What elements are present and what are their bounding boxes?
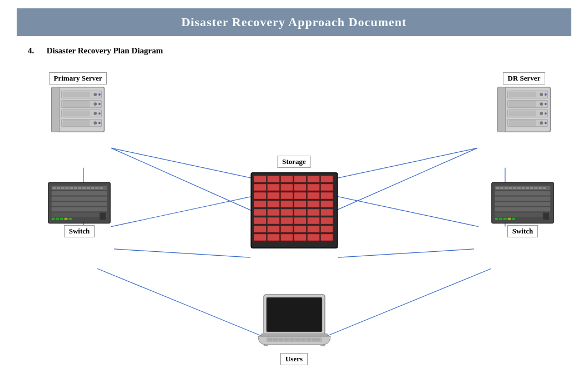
svg-rect-101 [307,176,319,182]
svg-rect-17 [63,101,89,106]
svg-rect-81 [509,187,512,189]
svg-rect-54 [57,187,60,189]
svg-rect-83 [517,187,521,189]
svg-point-44 [540,121,543,125]
section-title: 4. Disaster Recovery Plan Diagram [28,46,588,56]
svg-rect-65 [52,218,55,220]
svg-rect-21 [63,111,89,116]
svg-rect-113 [307,192,319,199]
svg-rect-144 [320,234,333,241]
svg-rect-53 [53,187,56,189]
users-node: Users [255,292,333,365]
svg-rect-78 [496,187,500,189]
svg-rect-25 [63,120,89,125]
svg-point-14 [93,93,97,96]
svg-rect-121 [254,209,266,216]
svg-rect-107 [307,184,319,191]
svg-rect-29 [498,87,506,132]
svg-rect-116 [267,201,279,207]
svg-line-6 [114,249,250,257]
svg-rect-120 [320,201,333,207]
svg-rect-115 [254,201,266,207]
svg-rect-55 [61,187,65,189]
dr-server-icon [493,84,555,135]
svg-rect-98 [267,176,279,182]
svg-rect-85 [526,187,529,189]
svg-line-9 [327,268,491,336]
svg-rect-91 [499,218,502,220]
svg-rect-132 [320,217,333,224]
svg-point-26 [93,121,97,125]
svg-rect-50 [52,202,107,206]
svg-rect-73 [495,191,551,196]
page-title: Disaster Recovery Approach Document [28,15,560,29]
svg-rect-135 [280,226,293,232]
svg-rect-93 [508,218,511,220]
svg-rect-127 [254,217,266,224]
svg-rect-13 [63,92,89,97]
svg-rect-131 [307,217,319,224]
svg-rect-100 [294,176,306,182]
svg-rect-117 [280,201,293,207]
svg-rect-70 [100,212,106,220]
svg-rect-114 [320,192,333,199]
svg-rect-140 [267,234,279,241]
svg-rect-67 [60,218,63,220]
svg-rect-89 [543,187,546,189]
svg-rect-60 [82,187,86,189]
svg-rect-141 [280,234,293,241]
svg-rect-87 [535,187,538,189]
svg-point-23 [98,112,101,115]
svg-rect-152 [279,338,283,341]
svg-rect-49 [52,197,107,201]
svg-rect-59 [78,187,82,189]
svg-rect-92 [503,218,507,220]
dr-server-label: DR Server [503,72,546,84]
svg-rect-57 [70,187,73,189]
storage-icon [248,170,340,251]
users-label: Users [280,353,308,365]
svg-rect-52 [52,212,107,217]
svg-point-37 [545,103,547,105]
right-switch-label: Switch [507,225,538,237]
svg-rect-109 [254,192,266,199]
svg-rect-74 [495,197,551,201]
svg-rect-106 [294,184,306,191]
svg-rect-123 [280,209,293,216]
svg-rect-64 [100,187,103,189]
svg-rect-35 [509,101,535,106]
svg-rect-125 [307,209,319,216]
svg-rect-148 [261,334,328,336]
svg-rect-147 [268,299,321,331]
svg-rect-160 [264,345,268,346]
svg-point-45 [545,122,547,124]
svg-rect-124 [294,209,306,216]
svg-point-27 [98,122,101,124]
svg-rect-39 [509,111,535,116]
svg-rect-56 [66,187,69,189]
svg-point-18 [93,102,97,106]
svg-rect-134 [267,226,279,232]
svg-rect-104 [267,184,279,191]
header-bar: Disaster Recovery Approach Document [17,8,571,36]
svg-rect-69 [68,218,72,220]
primary-server-node: Primary Server [47,72,108,135]
svg-rect-31 [509,92,535,97]
page: Disaster Recovery Approach Document 4. D… [0,8,588,378]
svg-rect-63 [95,187,98,189]
svg-rect-130 [294,217,306,224]
svg-rect-79 [500,187,503,189]
svg-rect-136 [294,226,306,232]
svg-rect-58 [74,187,77,189]
svg-rect-156 [301,338,305,341]
right-switch-node: Switch [491,181,555,237]
svg-line-7 [338,249,474,257]
dr-server-node: DR Server [493,72,555,135]
svg-rect-11 [52,87,60,132]
svg-line-0 [111,148,256,212]
svg-rect-139 [254,234,266,241]
svg-rect-142 [294,234,306,241]
svg-rect-153 [284,338,289,341]
diagram-area: Primary Server [17,61,571,378]
svg-rect-110 [267,192,279,199]
